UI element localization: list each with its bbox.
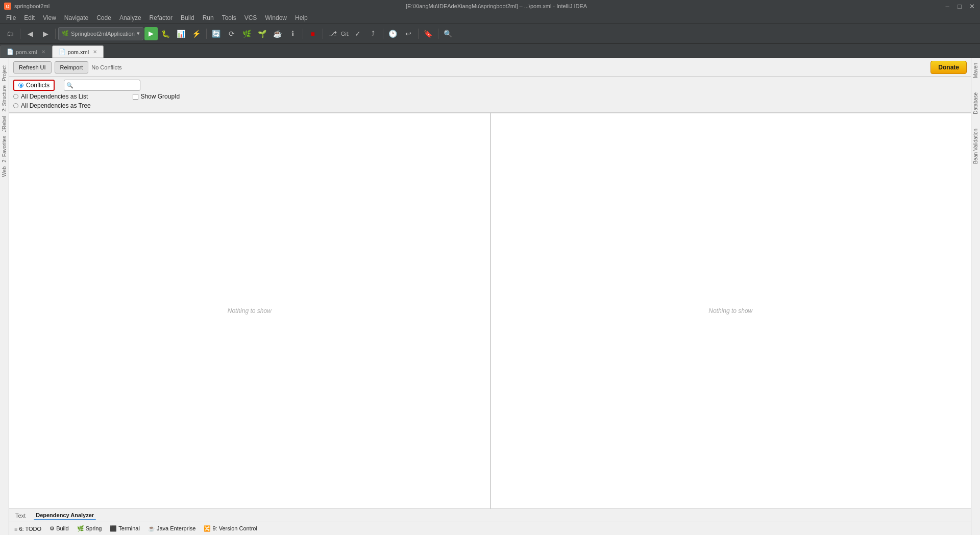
toolbar-git-btn[interactable]: ⎇ xyxy=(326,27,340,41)
app-name: springboot2ml xyxy=(14,3,50,9)
search-input[interactable] xyxy=(75,82,138,88)
all-deps-list-radio[interactable] xyxy=(13,94,18,99)
toolbar-stop-btn[interactable]: ■ xyxy=(306,27,320,41)
title-bar-path: [E:\XiangMu\IDEAdeXiangMu\springboot2ml]… xyxy=(50,3,943,9)
toolbar-project-btn[interactable]: 🗂 xyxy=(3,27,17,41)
toolbar-forward-btn[interactable]: ▶ xyxy=(38,27,53,41)
refresh-ui-button[interactable]: Refresh UI xyxy=(13,61,52,74)
menu-navigate[interactable]: Navigate xyxy=(60,13,92,22)
sidebar-item-structure[interactable]: 2: Structure xyxy=(1,83,8,114)
search-box[interactable]: 🔍 xyxy=(64,80,140,91)
toolbar-search-everywhere-btn[interactable]: 🔍 xyxy=(441,27,455,41)
sidebar-item-jrebel[interactable]: JRebel xyxy=(1,114,8,134)
tool-terminal[interactable]: ⬛ Terminal xyxy=(107,524,142,533)
title-bar: IJ springboot2ml [E:\XiangMu\IDEAdeXiang… xyxy=(0,0,980,12)
menu-help[interactable]: Help xyxy=(291,13,312,22)
right-pane-empty-label: Nothing to show xyxy=(708,307,752,314)
tab-pomxml-1[interactable]: 📄 pom.xml ✕ xyxy=(0,45,52,58)
conflicts-radio-button[interactable] xyxy=(18,83,23,88)
tab-label-1: pom.xml xyxy=(16,49,37,55)
toolbar-info-btn[interactable]: ℹ xyxy=(286,27,300,41)
toolbar-git-push-btn[interactable]: ⤴ xyxy=(366,27,380,41)
menu-run[interactable]: Run xyxy=(199,13,218,22)
maven-top-bar: Refresh UI Reimport No Conflicts Donate xyxy=(9,58,971,77)
conflicts-radio-container[interactable]: Conflicts xyxy=(13,80,55,91)
no-conflicts-label: No Conflicts xyxy=(91,64,121,70)
toolbar-rollback-btn[interactable]: ↩ xyxy=(401,27,415,41)
menu-window[interactable]: Window xyxy=(261,13,291,22)
menu-edit[interactable]: Edit xyxy=(20,13,39,22)
donate-button[interactable]: Donate xyxy=(930,61,967,74)
menu-tools[interactable]: Tools xyxy=(218,13,240,22)
minimize-button[interactable]: – xyxy=(943,3,951,10)
all-deps-list-radio-container[interactable]: All Dependencies as List xyxy=(13,93,88,100)
tab-pomxml-2[interactable]: 📄 pom.xml ✕ xyxy=(52,45,104,58)
show-groupid-label: Show GroupId xyxy=(140,93,180,100)
toolbar-sep-1 xyxy=(20,29,20,39)
menu-view[interactable]: View xyxy=(39,13,60,22)
toolbar-update-btn[interactable]: 🔄 xyxy=(209,27,224,41)
tab-close-1[interactable]: ✕ xyxy=(41,49,45,55)
show-groupid-checkbox[interactable] xyxy=(133,94,138,100)
filter-panel: Conflicts 🔍 All Dependencies as List Sho… xyxy=(9,77,971,113)
split-panes: Nothing to show Nothing to show xyxy=(9,113,971,508)
tool-spring[interactable]: 🌿 Spring xyxy=(74,524,105,533)
debug-btn[interactable]: 🐛 xyxy=(159,27,173,41)
maximize-button[interactable]: □ xyxy=(955,3,964,10)
toolbar-sep-6 xyxy=(383,29,383,39)
content-area: Refresh UI Reimport No Conflicts Donate … xyxy=(9,58,971,535)
sidebar-item-project[interactable]: Project xyxy=(1,63,8,83)
title-bar-controls[interactable]: – □ ✕ xyxy=(943,3,976,10)
menu-code[interactable]: Code xyxy=(92,13,115,22)
close-button[interactable]: ✕ xyxy=(968,3,976,10)
tool-build[interactable]: ⚙ Build xyxy=(46,524,72,533)
sidebar-item-maven[interactable]: Maven xyxy=(972,61,979,80)
run-config-label: Springboot2mlApplication xyxy=(71,31,135,37)
toolbar-history-btn[interactable]: 🕐 xyxy=(386,27,400,41)
toolbar-sync-btn[interactable]: ⟳ xyxy=(225,27,239,41)
tool-java-enterprise[interactable]: ☕ Java Enterprise xyxy=(145,524,199,533)
coverage-btn[interactable]: 📊 xyxy=(174,27,188,41)
toolbar-spring2-btn[interactable]: 🌱 xyxy=(255,27,270,41)
tab-text[interactable]: Text xyxy=(13,512,28,520)
tab-dependency-analyzer[interactable]: Dependency Analyzer xyxy=(34,511,96,520)
left-sidebar: Project 2: Structure JRebel 2: Favorites… xyxy=(0,58,9,535)
tab-label-2: pom.xml xyxy=(68,49,89,55)
bottom-tabs: Text Dependency Analyzer xyxy=(9,508,971,522)
menu-refactor[interactable]: Refactor xyxy=(145,13,177,22)
tab-close-2[interactable]: ✕ xyxy=(93,49,97,55)
run-config-selector[interactable]: 🌿 Springboot2mlApplication ▾ xyxy=(58,27,143,40)
toolbar-sep-3 xyxy=(206,29,207,39)
profiler-btn[interactable]: ⚡ xyxy=(189,27,204,41)
run-config-dropdown-icon: ▾ xyxy=(137,30,140,37)
tool-todo[interactable]: ≡ 6: TODO xyxy=(11,525,44,533)
all-deps-list-label: All Dependencies as List xyxy=(21,93,88,100)
toolbar-spring-btn[interactable]: 🌿 xyxy=(240,27,254,41)
right-pane: Nothing to show xyxy=(491,113,971,508)
menu-file[interactable]: File xyxy=(2,13,20,22)
sidebar-item-bean-validation[interactable]: Bean Validation xyxy=(972,127,979,166)
search-icon: 🔍 xyxy=(66,82,74,89)
conflicts-radio-label: Conflicts xyxy=(26,82,50,89)
toolbar-bean-btn[interactable]: ☕ xyxy=(271,27,285,41)
all-deps-tree-radio[interactable] xyxy=(13,103,18,108)
toolbar-sep-8 xyxy=(438,29,438,39)
menu-build[interactable]: Build xyxy=(177,13,199,22)
toolbar-git-check-btn[interactable]: ✓ xyxy=(351,27,365,41)
reimport-button[interactable]: Reimport xyxy=(55,61,89,74)
show-groupid-container[interactable]: Show GroupId xyxy=(133,93,180,100)
menu-vcs[interactable]: VCS xyxy=(240,13,261,22)
tool-version-control[interactable]: 🔀 9: Version Control xyxy=(201,524,260,533)
sidebar-item-web[interactable]: Web xyxy=(1,164,8,179)
sidebar-item-favorites[interactable]: 2: Favorites xyxy=(1,134,8,164)
menu-analyze[interactable]: Analyze xyxy=(115,13,145,22)
all-deps-tree-radio-container[interactable]: All Dependencies as Tree xyxy=(13,102,967,109)
sidebar-item-database[interactable]: Database xyxy=(972,90,979,116)
toolbar-bookmark-btn[interactable]: 🔖 xyxy=(421,27,435,41)
title-bar-left: IJ springboot2ml xyxy=(4,3,50,10)
all-deps-tree-label: All Dependencies as Tree xyxy=(21,102,91,109)
toolbar-back-btn[interactable]: ◀ xyxy=(23,27,37,41)
toolbar-sep-2 xyxy=(55,29,56,39)
run-button[interactable]: ▶ xyxy=(144,27,158,40)
toolbar-sep-7 xyxy=(418,29,419,39)
